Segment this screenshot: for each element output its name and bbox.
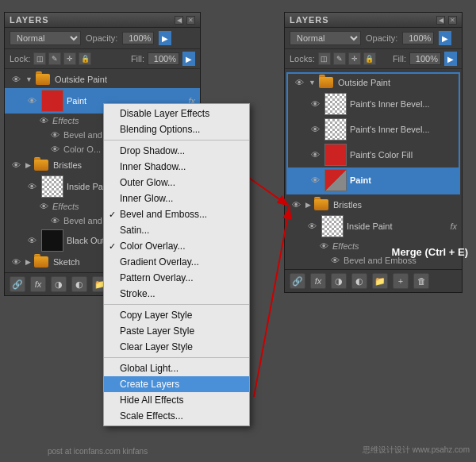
right-bristles-eye[interactable]: 👁 [290,198,302,211]
black-out-eye[interactable]: 👁 [25,234,38,247]
menu-bevel-emboss[interactable]: Bevel and Emboss... [104,206,249,222]
right-inner-bevel1[interactable]: 👁 Paint's Inner Bevel... [288,91,459,117]
fx-icon[interactable]: fx [30,276,46,292]
right-lock-row: Locks: ◫ ✎ ✛ 🔒 Fill: ▶ [285,49,462,69]
right-lock-label: Locks: [290,54,315,64]
right-inside-name: Inside Paint [347,221,445,231]
panel-close-btn[interactable]: ✕ [186,16,195,25]
mask-icon[interactable]: ◑ [51,276,67,292]
panel-collapse-btn[interactable]: ◀ [175,16,183,25]
paint-thumb [41,90,63,112]
right-color-fill[interactable]: 👁 Paint's Color Fill [288,142,459,167]
bevel-eye[interactable]: 👁 [49,129,60,141]
right-outside-paint-group[interactable]: 👁 ▼ Outside Paint [288,74,459,91]
menu-create-layers[interactable]: Create Layers [104,376,249,392]
right-fill-arrow[interactable]: ▶ [444,52,457,66]
adjustment-icon[interactable]: ◐ [71,276,87,292]
menu-scale-effects[interactable]: Scale Effects... [104,408,249,424]
outside-paint-name: Outside Paint [55,75,195,84]
right-blend-select[interactable]: Normal [290,31,361,45]
right-lock-t-btn[interactable]: ◫ [318,52,331,65]
right-collapse-btn[interactable]: ◀ [436,16,445,25]
menu-copy-style[interactable]: Copy Layer Style [104,307,249,323]
bristles-eye[interactable]: 👁 [10,159,22,171]
fill-arrow-btn[interactable]: ▶ [182,52,195,66]
right-panel-controls: ◀ ✕ [436,16,457,25]
menu-inner-glow[interactable]: Inner Glow... [104,191,249,206]
sketch-folder [34,256,48,268]
right-bevel2-eye[interactable]: 👁 [309,123,321,136]
right-close-btn[interactable]: ✕ [448,16,457,25]
lock-all-btn[interactable]: 🔒 [79,52,91,65]
right-link-icon[interactable]: 🔗 [290,273,305,289]
menu-outer-glow[interactable]: Outer Glow... [104,175,249,191]
menu-sep3 [104,357,249,358]
right-fill-thumb [324,144,347,166]
right-bristles-group[interactable]: 👁 ▶ Bristles [285,196,462,214]
right-paint-layer[interactable]: 👁 Paint [288,167,459,193]
menu-hide-effects[interactable]: Hide All Effects [104,392,249,408]
right-bevel2-name: Paint's Inner Bevel... [350,125,454,134]
fill-input[interactable] [148,52,179,65]
menu-color-overlay[interactable]: Color Overlay... [104,238,249,254]
menu-paste-style[interactable]: Paste Layer Style [104,323,249,339]
menu-global-light[interactable]: Global Light... [104,360,249,376]
right-group-icon[interactable]: 📁 [372,273,388,289]
right-bevel-eye[interactable]: 👁 [329,254,340,267]
lock-transparent-btn[interactable]: ◫ [33,52,46,65]
right-fx-icon[interactable]: fx [310,273,326,289]
menu-inner-shadow[interactable]: Inner Shadow... [104,159,249,175]
lock-fill-row: Lock: ◫ ✎ ✛ 🔒 Fill: ▶ [5,49,200,69]
right-fill-eye[interactable]: 👁 [309,148,321,161]
menu-blending-options[interactable]: Blending Options... [104,121,249,137]
paint-eye-icon[interactable]: 👁 [25,94,38,107]
menu-gradient-overlay[interactable]: Gradient Overlay... [104,254,249,270]
right-opacity-input[interactable] [402,32,434,44]
sketch-eye[interactable]: 👁 [10,256,22,268]
effects-eye[interactable]: 👁 [38,114,49,127]
lock-move-btn[interactable]: ✛ [63,52,76,65]
right-mask-icon[interactable]: ◑ [331,273,347,289]
right-fill-name: Paint's Color Fill [350,150,454,160]
blend-opacity-row: Normal Opacity: ▶ [5,28,200,49]
eye-icon[interactable]: 👁 [10,73,22,86]
right-lock-a-btn[interactable]: 🔒 [363,52,376,65]
menu-stroke[interactable]: Stroke... [104,286,249,302]
right-paint-eye[interactable]: 👁 [309,174,321,187]
right-fill-input[interactable] [409,52,441,65]
inside-paint-eye[interactable]: 👁 [25,180,38,193]
right-delete-icon[interactable]: 🗑 [413,273,429,289]
bevel2-eye[interactable]: 👁 [49,214,60,227]
color-overlay-eye[interactable]: 👁 [49,143,60,156]
blend-mode-select[interactable]: Normal [10,31,81,45]
opacity-arrow-btn[interactable]: ▶ [159,31,171,45]
outside-paint-group[interactable]: 👁 ▼ Outside Paint [5,71,200,88]
menu-drop-shadow[interactable]: Drop Shadow... [104,143,249,159]
lock-paint-btn[interactable]: ✎ [48,52,61,65]
menu-pattern-overlay[interactable]: Pattern Overlay... [104,270,249,286]
right-outside-paint-group-container: 👁 ▼ Outside Paint 👁 Paint's Inner Bevel.… [286,72,460,194]
opacity-input[interactable] [122,32,154,44]
right-paint-thumb [324,169,347,191]
left-panel-title: LAYERS [10,15,49,25]
right-opacity-arrow[interactable]: ▶ [439,31,451,45]
effects2-eye[interactable]: 👁 [38,200,49,213]
menu-disable-effects[interactable]: Disable Layer Effects [104,106,249,121]
menu-clear-style[interactable]: Clear Layer Style [104,339,249,355]
inside-paint-thumb [41,175,63,198]
link-icon[interactable]: 🔗 [10,276,25,292]
right-outside-eye[interactable]: 👁 [293,76,305,89]
right-lock-p-btn[interactable]: ✎ [333,52,346,65]
menu-satin[interactable]: Satin... [104,222,249,238]
right-new-icon[interactable]: + [393,273,409,289]
right-inner-bevel2[interactable]: 👁 Paint's Inner Bevel... [288,117,459,142]
right-inside-eye[interactable]: 👁 [305,220,318,233]
right-bevel1-eye[interactable]: 👁 [309,98,321,110]
lock-label: Lock: [10,54,30,64]
right-outside-folder [319,77,333,88]
right-fill-label: Fill: [393,54,406,64]
right-lock-m-btn[interactable]: ✛ [348,52,361,65]
right-adj-icon[interactable]: ◐ [351,273,367,289]
right-inside-paint[interactable]: 👁 Inside Paint fx [285,214,462,239]
right-effects-eye[interactable]: 👁 [318,240,329,252]
